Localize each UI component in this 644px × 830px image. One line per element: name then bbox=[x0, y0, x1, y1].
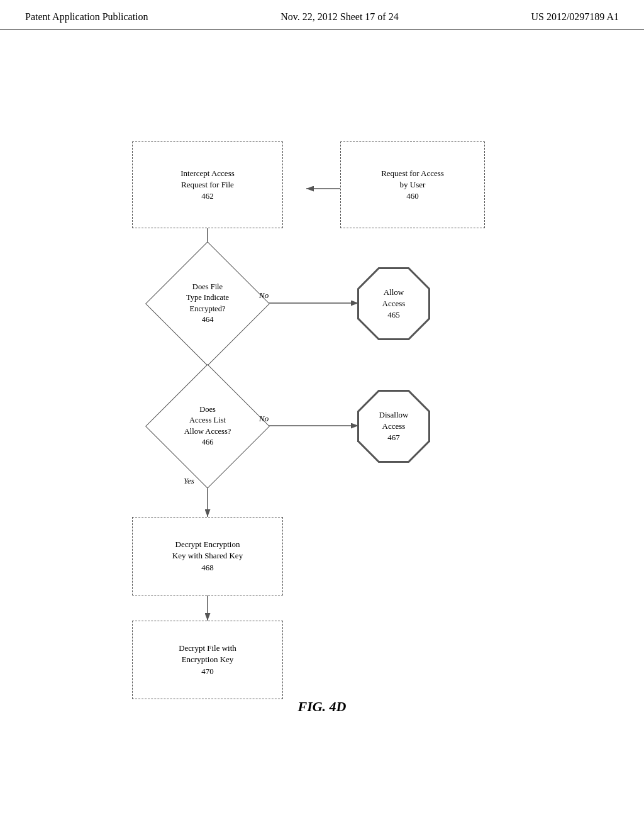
header-center: Nov. 22, 2012 Sheet 17 of 24 bbox=[280, 11, 398, 23]
box-request-text: Request for Access by User 460 bbox=[381, 168, 444, 202]
figure-label: FIG. 4D bbox=[297, 699, 346, 715]
box-request: Request for Access by User 460 bbox=[340, 141, 485, 228]
arrow-label-yes: Yes bbox=[184, 476, 194, 486]
octagon-allow: AllowAccess465 bbox=[359, 269, 428, 338]
octagon-disallow: DisallowAccess467 bbox=[359, 392, 428, 461]
box-decrypt-key-text: Decrypt Encryption Key with Shared Key 4… bbox=[172, 539, 243, 573]
page-header: Patent Application Publication Nov. 22, … bbox=[0, 0, 644, 30]
arrow-label-no2: No bbox=[259, 414, 269, 424]
box-decrypt-key: Decrypt Encryption Key with Shared Key 4… bbox=[132, 517, 283, 595]
box-intercept: Intercept Access Request for File 462 bbox=[132, 141, 283, 228]
diamond-accesslist-label: DoesAccess ListAllow Access?466 bbox=[170, 404, 245, 448]
header-left: Patent Application Publication bbox=[25, 11, 148, 23]
arrow-label-no1: No bbox=[259, 290, 269, 301]
header-right: US 2012/0297189 A1 bbox=[531, 11, 619, 23]
diamond-filetype: Does FileType IndicateEncrypted?464 bbox=[145, 255, 270, 352]
box-decrypt-file: Decrypt File with Encryption Key 470 bbox=[132, 621, 283, 699]
box-intercept-text: Intercept Access Request for File 462 bbox=[180, 168, 235, 202]
octagon-disallow-text: DisallowAccess467 bbox=[379, 409, 409, 444]
box-decrypt-file-text: Decrypt File with Encryption Key 470 bbox=[179, 643, 236, 677]
arrows-svg bbox=[0, 30, 644, 753]
diamond-accesslist: DoesAccess ListAllow Access?466 bbox=[145, 377, 270, 475]
diamond-filetype-label: Does FileType IndicateEncrypted?464 bbox=[170, 282, 245, 326]
octagon-allow-text: AllowAccess465 bbox=[382, 287, 406, 321]
diagram-area: Intercept Access Request for File 462 Re… bbox=[0, 30, 644, 753]
